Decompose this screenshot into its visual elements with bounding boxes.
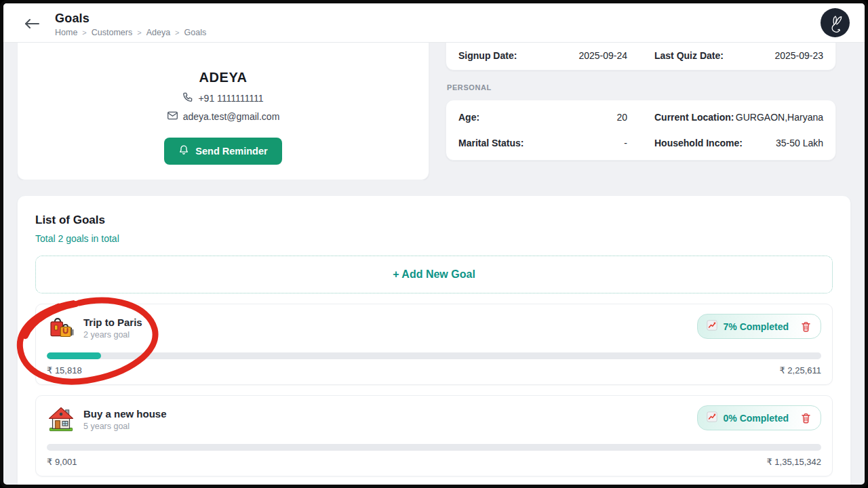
send-reminder-button[interactable]: Send Reminder — [164, 138, 281, 165]
send-reminder-label: Send Reminder — [195, 146, 267, 157]
breadcrumb-adeya[interactable]: Adeya — [146, 28, 170, 37]
age-label: Age: — [458, 112, 479, 123]
goal-target-amount: ₹ 2,25,611 — [779, 365, 821, 375]
trash-icon[interactable] — [800, 321, 812, 333]
signup-detail-card: Signup Date: 2025-09-24 Last Quiz Date: … — [446, 43, 836, 70]
customer-details-column: Signup Date: 2025-09-24 Last Quiz Date: … — [446, 43, 836, 180]
page-content: ADEYA +91 1111111111 adeya. — [3, 43, 865, 488]
household-income-value: 35-50 Lakh — [776, 138, 823, 148]
goal-duration: 2 years goal — [83, 330, 142, 340]
last-quiz-date-value: 2025-09-23 — [774, 50, 823, 61]
personal-section-label: PERSONAL — [447, 83, 835, 92]
current-location-value: GURGAON,Haryana — [736, 112, 823, 123]
goals-list-card: List of Goals Total 2 goals in total + A… — [17, 195, 851, 488]
back-arrow-icon[interactable] — [24, 17, 40, 30]
customer-overview-section: ADEYA +91 1111111111 adeya. — [17, 43, 851, 180]
goal-duration: 5 years goal — [83, 422, 167, 431]
goal-target-amount: ₹ 1,35,15,342 — [766, 457, 821, 467]
customer-email-row: adeya.test@gmail.com — [31, 110, 415, 123]
breadcrumb-current: Goals — [184, 28, 207, 37]
chart-increasing-icon — [707, 320, 717, 333]
page-header: Goals Home > Customers > Adeya > Goals — [3, 3, 865, 43]
breadcrumb-separator: > — [82, 28, 86, 37]
age-value: 20 — [616, 112, 627, 123]
goal-current-amount: ₹ 9,001 — [47, 457, 77, 467]
breadcrumb-home[interactable]: Home — [55, 28, 77, 37]
customer-email: adeya.test@gmail.com — [183, 111, 280, 122]
signup-date-value: 2025-09-24 — [578, 50, 627, 61]
goal-progress-track — [47, 444, 821, 451]
customer-name: ADEYA — [31, 70, 415, 85]
customer-phone-row: +91 1111111111 — [31, 92, 415, 104]
house-icon — [47, 405, 75, 434]
household-income-label: Household Income: — [654, 138, 743, 148]
goal-status-badge: 7% Completed — [697, 314, 821, 339]
personal-detail-card: Age: 20 Current Location: GURGAON,Haryan… — [446, 100, 836, 161]
marital-status-label: Marital Status: — [458, 138, 524, 148]
goal-status-text: 0% Completed — [724, 413, 789, 424]
envelope-icon — [167, 110, 178, 123]
customer-phone: +91 1111111111 — [198, 93, 263, 104]
goal-current-amount: ₹ 15,818 — [47, 365, 82, 375]
goal-progress-track — [47, 352, 821, 359]
goal-status-text: 7% Completed — [724, 321, 789, 332]
phone-icon — [182, 92, 193, 104]
marital-status-value: - — [624, 138, 627, 148]
breadcrumb-separator: > — [137, 28, 141, 37]
last-quiz-date-label: Last Quiz Date: — [654, 50, 724, 61]
add-new-goal-button[interactable]: + Add New Goal — [35, 256, 833, 293]
chart-increasing-icon — [707, 411, 717, 424]
customer-card: ADEYA +91 1111111111 adeya. — [17, 43, 429, 180]
trash-icon[interactable] — [800, 412, 812, 424]
current-location-label: Current Location: — [654, 112, 734, 123]
goal-title: Buy a new house — [83, 408, 167, 420]
breadcrumb-separator: > — [175, 28, 179, 37]
goal-progress-fill — [47, 352, 101, 359]
signup-date-label: Signup Date: — [458, 50, 517, 61]
goals-count-text: Total 2 goals in total — [35, 233, 833, 244]
goal-row-buy-a-new-house[interactable]: Buy a new house 5 years goal 0% — [35, 395, 833, 476]
breadcrumb-customers[interactable]: Customers — [92, 28, 132, 37]
breadcrumb: Home > Customers > Adeya > Goals — [55, 28, 206, 37]
goal-row-trip-to-paris[interactable]: Trip to Paris 2 years goal 7% Co — [35, 304, 833, 385]
page-title: Goals — [55, 12, 206, 26]
app-window: Goals Home > Customers > Adeya > Goals — [0, 0, 868, 488]
goal-status-badge: 0% Completed — [697, 405, 821, 430]
goal-title: Trip to Paris — [83, 317, 142, 328]
shopping-bags-icon — [47, 314, 75, 342]
bell-icon — [178, 144, 189, 158]
brand-logo[interactable] — [821, 8, 850, 37]
goals-heading: List of Goals — [35, 214, 833, 227]
